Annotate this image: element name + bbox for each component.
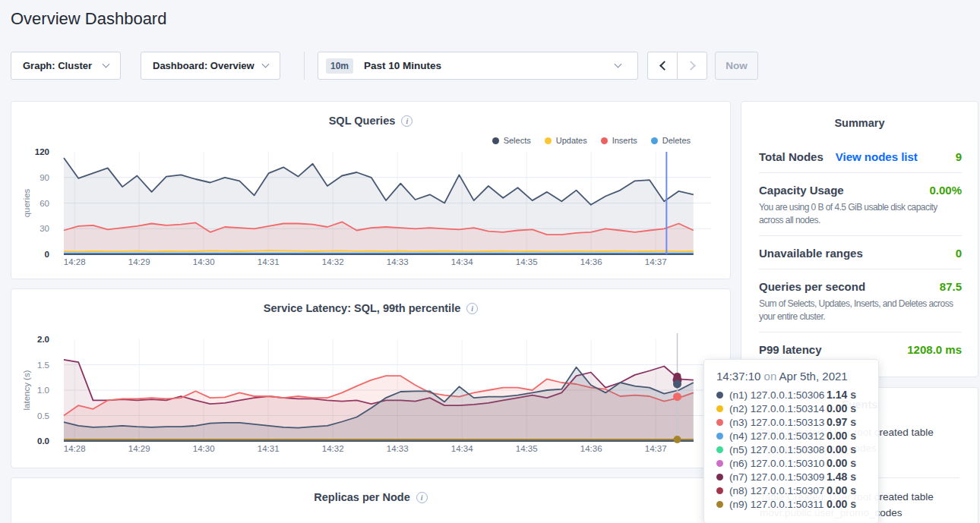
summary-row-value: 0: [956, 247, 962, 260]
y-tick-label: 0.5: [37, 411, 49, 421]
summary-row-label: Capacity Usage: [759, 184, 844, 197]
y-tick-label: 0: [45, 250, 49, 259]
dashboard-dropdown-label: Dashboard: Overview: [153, 60, 254, 71]
summary-row-label: Total Nodes: [759, 150, 824, 163]
node-latency-value: 0.97 s: [827, 416, 866, 428]
x-tick-label: 14:35: [516, 257, 538, 266]
summary-row-label: Queries per second: [759, 280, 865, 293]
tooltip-node-row: (n8) 127.0.0.1:503070.00 s: [716, 484, 866, 497]
summary-row-label: Unavailable ranges: [759, 247, 863, 260]
node-color-dot: [716, 487, 723, 494]
node-latency-value: 0.00 s: [827, 484, 866, 496]
chart-panel-replicas-per-node: Replicas per Nodei: [11, 477, 731, 523]
chevron-down-icon: [615, 61, 622, 68]
y-tick-label: 60: [40, 199, 49, 208]
summary-row-value: 87.5: [940, 280, 962, 293]
node-color-dot: [716, 392, 723, 399]
x-tick-label: 14:34: [451, 257, 473, 266]
chart-title-row: Replicas per Nodei: [11, 491, 730, 503]
node-latency-value: 1.48 s: [827, 471, 866, 483]
tooltip-node-row: (n1) 127.0.0.1:503061.14 s: [716, 388, 866, 402]
node-color-dot: [716, 501, 723, 508]
node-latency-value: 0.00 s: [827, 430, 866, 442]
x-tick-label: 14:37: [645, 257, 667, 266]
x-tick-label: 14:37: [645, 444, 667, 453]
x-tick-label: 14:30: [193, 257, 215, 266]
tooltip-node-row: (n6) 127.0.0.1:503100.00 s: [716, 456, 866, 470]
node-address: (n5) 127.0.0.1:50308: [729, 444, 824, 455]
node-address: (n4) 127.0.0.1:50312: [729, 430, 824, 442]
summary-row: Capacity Usage0.00%You are using 0 B of …: [759, 173, 962, 236]
chart-panel-sql-queries: SQL QueriesiSelectsUpdatesInsertsDeletes…: [11, 101, 731, 279]
tooltip-timestamp: 14:37:10 on Apr 5th, 2021: [716, 370, 866, 383]
x-tick-label: 14:28: [64, 444, 86, 453]
node-color-dot: [716, 405, 723, 412]
y-tick-label: 90: [40, 173, 49, 182]
y-tick-label: 30: [40, 224, 49, 233]
x-tick-label: 14:33: [387, 257, 409, 266]
summary-row: Total NodesView nodes list9: [759, 140, 962, 173]
x-tick-label: 14:31: [258, 257, 280, 266]
time-range-selector[interactable]: 10m Past 10 Minutes: [318, 52, 638, 80]
x-tick-label: 14:30: [193, 444, 215, 453]
node-latency-value: 0.00 s: [827, 457, 866, 469]
node-color-dot: [716, 419, 723, 426]
chart-canvas[interactable]: 120906030014:2814:2914:3014:3114:3214:33…: [11, 102, 730, 279]
graph-dropdown-label: Graph: Cluster: [23, 60, 92, 71]
node-color-dot: [716, 433, 723, 440]
y-tick-label: 120: [35, 147, 49, 156]
time-range-badge: 10m: [326, 58, 353, 74]
node-color-dot: [716, 460, 723, 467]
x-tick-label: 14:29: [128, 444, 150, 453]
now-button[interactable]: Now: [715, 52, 758, 80]
summary-row-value: 1208.0 ms: [907, 343, 962, 356]
toolbar-divider: [304, 52, 305, 80]
page-title: Overview Dashboard: [11, 9, 166, 29]
chevron-down-icon: [262, 61, 270, 68]
tooltip-node-row: (n9) 127.0.0.1:503110.00 s: [716, 497, 866, 511]
x-tick-label: 14:28: [64, 257, 86, 266]
x-tick-label: 14:36: [580, 257, 602, 266]
tooltip-node-row: (n4) 127.0.0.1:503120.00 s: [716, 429, 866, 443]
summary-row-value: 0.00%: [929, 184, 962, 197]
node-latency-value: 0.00 s: [827, 443, 866, 455]
time-next-button[interactable]: [677, 52, 707, 80]
node-address: (n1) 127.0.0.1:50306: [729, 389, 824, 401]
node-address: (n6) 127.0.0.1:50310: [729, 458, 824, 469]
x-tick-label: 14:32: [322, 444, 344, 453]
summary-row-label: P99 latency: [759, 343, 822, 356]
chevron-left-icon: [659, 61, 669, 71]
time-prev-button[interactable]: [647, 52, 678, 80]
y-axis-label: latency (s): [22, 370, 31, 410]
summary-row-value: 9: [956, 150, 962, 163]
summary-row: Unavailable ranges0: [759, 236, 962, 269]
tooltip-node-row: (n5) 127.0.0.1:503080.00 s: [716, 443, 866, 456]
y-tick-label: 0.0: [37, 436, 49, 446]
y-tick-label: 1.0: [37, 386, 49, 395]
graph-dropdown[interactable]: Graph: Cluster: [11, 52, 121, 80]
chevron-down-icon: [103, 61, 110, 68]
y-tick-label: 1.5: [37, 361, 49, 370]
chevron-right-icon: [686, 61, 696, 71]
chart-title: Replicas per Node: [314, 491, 410, 503]
tooltip-node-row: (n2) 127.0.0.1:503140.00 s: [716, 402, 866, 415]
chart-canvas[interactable]: 2.01.51.00.50.014:2814:2914:3014:3114:32…: [11, 289, 730, 466]
dashboard-dropdown[interactable]: Dashboard: Overview: [141, 52, 280, 80]
chart-panel-service-latency: Service Latency: SQL, 99th percentilei2.…: [11, 288, 731, 468]
node-latency-value: 1.14 s: [827, 389, 866, 401]
hover-marker-dot: [674, 436, 681, 443]
summary-row: Queries per second87.5Sum of Selects, Up…: [759, 269, 962, 332]
y-tick-label: 2.0: [37, 335, 49, 344]
node-address: (n9) 127.0.0.1:50311: [729, 499, 824, 510]
hover-marker-dot: [673, 380, 681, 388]
x-tick-label: 14:34: [451, 444, 473, 453]
view-nodes-list-link[interactable]: View nodes list: [836, 150, 918, 163]
info-icon[interactable]: i: [416, 492, 428, 503]
node-address: (n8) 127.0.0.1:50307: [729, 485, 824, 496]
summary-title: Summary: [760, 117, 959, 129]
x-tick-label: 14:29: [128, 257, 150, 266]
x-tick-label: 14:35: [516, 444, 538, 453]
chart-hover-tooltip: 14:37:10 on Apr 5th, 2021 (n1) 127.0.0.1…: [703, 359, 879, 523]
x-tick-label: 14:33: [387, 444, 409, 453]
time-range-label: Past 10 Minutes: [364, 60, 441, 71]
